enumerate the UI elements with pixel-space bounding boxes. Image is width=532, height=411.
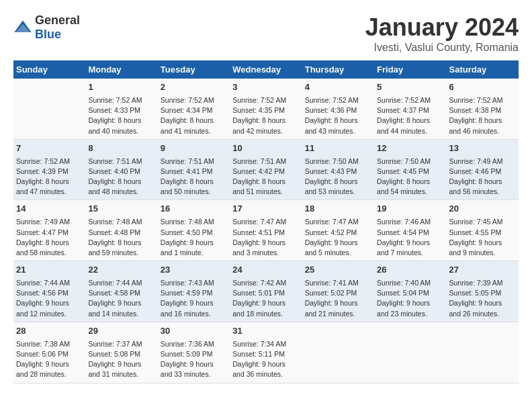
- day-number: 25: [305, 264, 371, 277]
- day-info: Sunrise: 7:52 AM: [377, 95, 443, 105]
- day-info: Sunset: 5:02 PM: [305, 288, 371, 298]
- day-number: 30: [161, 325, 227, 338]
- day-info: and 23 minutes.: [377, 309, 443, 319]
- day-info: Daylight: 8 hours: [161, 177, 227, 187]
- day-info: Sunset: 4:55 PM: [449, 228, 516, 238]
- header-cell-wednesday: Wednesday: [230, 60, 302, 79]
- day-info: Sunset: 4:52 PM: [305, 228, 371, 238]
- day-info: Sunrise: 7:49 AM: [16, 217, 83, 227]
- day-cell: [447, 322, 519, 383]
- day-info: Sunrise: 7:41 AM: [305, 278, 371, 288]
- title-area: January 2024 Ivesti, Vaslui County, Roma…: [365, 13, 519, 54]
- day-info: Sunset: 4:33 PM: [88, 105, 154, 116]
- day-info: Sunset: 4:43 PM: [305, 167, 371, 177]
- day-info: and 46 minutes.: [449, 126, 516, 136]
- day-number: 7: [16, 142, 83, 155]
- day-info: Daylight: 8 hours: [16, 238, 83, 248]
- day-info: Sunrise: 7:50 AM: [377, 156, 443, 167]
- day-info: Sunset: 5:11 PM: [232, 349, 299, 359]
- logo-icon: [13, 18, 32, 37]
- day-info: and 7 minutes.: [377, 248, 443, 258]
- day-number: 28: [16, 325, 83, 338]
- day-info: Daylight: 9 hours: [305, 238, 371, 248]
- day-cell: 5Sunrise: 7:52 AMSunset: 4:37 PMDaylight…: [374, 79, 446, 139]
- day-number: 18: [305, 203, 371, 216]
- day-info: Sunset: 5:05 PM: [449, 288, 516, 298]
- day-cell: 27Sunrise: 7:39 AMSunset: 5:05 PMDayligh…: [447, 261, 519, 322]
- header-cell-sunday: Sunday: [13, 60, 85, 79]
- day-cell: 10Sunrise: 7:51 AMSunset: 4:42 PMDayligh…: [230, 139, 302, 200]
- day-info: and 42 minutes.: [232, 126, 299, 136]
- logo-general: General: [35, 13, 80, 27]
- day-info: Sunset: 4:39 PM: [16, 167, 83, 177]
- day-info: Sunrise: 7:51 AM: [88, 156, 154, 167]
- day-cell: 9Sunrise: 7:51 AMSunset: 4:41 PMDaylight…: [158, 139, 230, 200]
- day-cell: 13Sunrise: 7:49 AMSunset: 4:46 PMDayligh…: [447, 139, 519, 200]
- day-cell: 1Sunrise: 7:52 AMSunset: 4:33 PMDaylight…: [85, 79, 157, 139]
- day-info: Sunrise: 7:42 AM: [232, 278, 299, 288]
- day-info: and 44 minutes.: [377, 126, 443, 136]
- day-cell: 30Sunrise: 7:36 AMSunset: 5:09 PMDayligh…: [158, 322, 230, 383]
- day-info: Daylight: 8 hours: [232, 177, 299, 187]
- day-info: and 5 minutes.: [305, 248, 371, 258]
- day-info: Daylight: 8 hours: [88, 238, 154, 248]
- day-info: and 53 minutes.: [305, 187, 371, 197]
- day-info: Daylight: 9 hours: [161, 298, 227, 308]
- day-cell: 15Sunrise: 7:48 AMSunset: 4:48 PMDayligh…: [85, 200, 157, 261]
- day-cell: [13, 79, 85, 139]
- day-cell: 19Sunrise: 7:46 AMSunset: 4:54 PMDayligh…: [374, 200, 446, 261]
- day-number: 17: [232, 203, 299, 216]
- day-info: Daylight: 9 hours: [16, 298, 83, 308]
- day-info: Daylight: 9 hours: [377, 298, 443, 308]
- day-number: 16: [161, 203, 227, 216]
- day-info: Sunset: 4:41 PM: [161, 167, 227, 177]
- day-number: 31: [232, 325, 299, 338]
- day-number: 24: [232, 264, 299, 277]
- day-info: Sunrise: 7:38 AM: [16, 339, 83, 349]
- day-info: and 51 minutes.: [232, 187, 299, 197]
- day-number: 12: [377, 142, 443, 155]
- day-info: Daylight: 9 hours: [232, 298, 299, 308]
- day-info: Sunset: 4:42 PM: [232, 167, 299, 177]
- day-info: Sunset: 4:37 PM: [377, 105, 443, 116]
- day-info: Sunrise: 7:48 AM: [88, 217, 154, 227]
- day-info: and 50 minutes.: [161, 187, 227, 197]
- header: General Blue January 2024 Ivesti, Vaslui…: [13, 13, 519, 54]
- day-info: Daylight: 9 hours: [377, 238, 443, 248]
- day-cell: 28Sunrise: 7:38 AMSunset: 5:06 PMDayligh…: [13, 322, 85, 383]
- day-info: Sunrise: 7:52 AM: [16, 156, 83, 167]
- logo: General Blue: [13, 13, 80, 42]
- day-info: and 31 minutes.: [88, 369, 154, 379]
- day-number: 4: [305, 81, 371, 94]
- day-info: Sunset: 4:54 PM: [377, 228, 443, 238]
- day-number: 3: [232, 81, 299, 94]
- day-info: Sunrise: 7:45 AM: [449, 217, 516, 227]
- day-info: and 3 minutes.: [232, 248, 299, 258]
- day-info: Sunrise: 7:46 AM: [377, 217, 443, 227]
- day-number: 15: [88, 203, 154, 216]
- logo-blue: Blue: [35, 28, 61, 41]
- day-info: Sunrise: 7:36 AM: [161, 339, 227, 349]
- main-title: January 2024: [365, 13, 519, 42]
- day-info: Sunset: 4:56 PM: [16, 288, 83, 298]
- day-info: Sunrise: 7:48 AM: [161, 217, 227, 227]
- day-cell: 18Sunrise: 7:47 AMSunset: 4:52 PMDayligh…: [302, 200, 374, 261]
- day-info: and 14 minutes.: [88, 309, 154, 319]
- week-row-2: 7Sunrise: 7:52 AMSunset: 4:39 PMDaylight…: [13, 139, 519, 200]
- day-cell: 17Sunrise: 7:47 AMSunset: 4:51 PMDayligh…: [230, 200, 302, 261]
- day-info: Sunset: 4:40 PM: [88, 167, 154, 177]
- day-info: and 58 minutes.: [16, 248, 83, 258]
- day-info: and 43 minutes.: [305, 126, 371, 136]
- day-info: Sunset: 4:51 PM: [232, 228, 299, 238]
- day-number: 19: [377, 203, 443, 216]
- day-info: Daylight: 9 hours: [232, 359, 299, 369]
- day-info: and 47 minutes.: [16, 187, 83, 197]
- day-info: Daylight: 9 hours: [161, 359, 227, 369]
- day-number: 22: [88, 264, 154, 277]
- day-cell: 12Sunrise: 7:50 AMSunset: 4:45 PMDayligh…: [374, 139, 446, 200]
- day-number: 9: [161, 142, 227, 155]
- day-info: Daylight: 8 hours: [161, 116, 227, 126]
- day-info: and 1 minute.: [161, 248, 227, 258]
- day-info: Sunrise: 7:40 AM: [377, 278, 443, 288]
- day-cell: [374, 322, 446, 383]
